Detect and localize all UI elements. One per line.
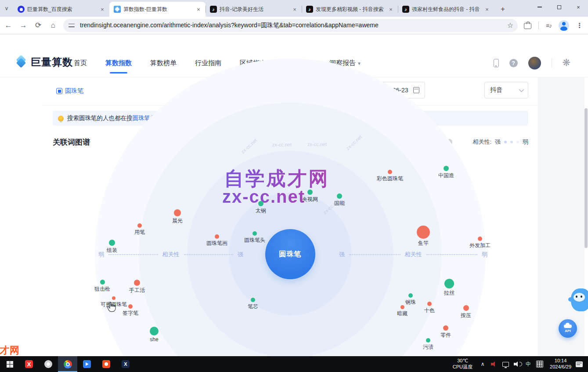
close-tab-icon[interactable]: × (387, 6, 394, 13)
browser-tab[interactable]: 巨量算数_百度搜索× (13, 2, 109, 17)
center-keyword-node[interactable]: 圆珠笔 (265, 229, 315, 279)
close-tab-icon[interactable]: × (483, 6, 491, 13)
url-text[interactable]: trendinsight.oceanengine.com/arithmetic-… (80, 22, 507, 29)
bookmark-star-icon[interactable]: ☆ (507, 21, 513, 29)
extensions-icon[interactable] (524, 22, 531, 29)
node-dot-icon[interactable] (253, 231, 257, 236)
graph-node[interactable]: 圆珠笔头 (244, 231, 265, 244)
taskbar-app-red-x[interactable]: X (19, 356, 39, 372)
notification-center-icon[interactable] (576, 361, 583, 367)
graph-node[interactable]: 太钢 (256, 201, 266, 215)
node-dot-icon[interactable] (258, 201, 263, 206)
minimize-button[interactable] (530, 0, 549, 14)
graph-node[interactable]: 手工活 (129, 280, 145, 294)
graph-node[interactable]: 组装 (107, 240, 117, 254)
node-dot-icon[interactable] (426, 338, 430, 343)
taskbar-app-blue-player[interactable] (77, 356, 97, 372)
site-logo[interactable]: 巨量算数 (14, 55, 73, 69)
graph-node[interactable]: 笔芯 (248, 298, 258, 310)
maximize-button[interactable] (549, 0, 569, 14)
reload-button[interactable]: ⟳ (32, 19, 45, 32)
start-button[interactable] (0, 356, 19, 372)
platform-value[interactable]: 抖音 (490, 86, 502, 94)
media-playlist-icon[interactable]: ≡♪ (546, 22, 552, 29)
node-dot-icon[interactable] (109, 240, 115, 246)
node-dot-icon[interactable] (400, 305, 404, 309)
graph-node[interactable]: 鱼竿 (417, 226, 430, 247)
cpu-temp-widget[interactable]: 30℃ CPU温度 (453, 358, 473, 370)
ime-grid-icon[interactable] (534, 356, 545, 372)
close-tab-icon[interactable]: × (195, 6, 202, 13)
graph-node[interactable]: 用笔 (134, 223, 145, 236)
browser-profile-avatar[interactable] (559, 20, 569, 31)
graph-node[interactable]: 狙击枪 (94, 280, 110, 293)
graph-node[interactable]: 暗藏 (397, 305, 408, 317)
home-button[interactable]: ⌂ (47, 19, 60, 32)
node-dot-icon[interactable] (417, 226, 430, 239)
node-dot-icon[interactable] (128, 304, 133, 309)
browser-tab[interactable]: 强家村生鲜食品的抖音 - 抖音× (398, 2, 494, 17)
node-dot-icon[interactable] (150, 327, 159, 336)
graph-node[interactable]: 钢珠 (405, 293, 416, 306)
forward-button[interactable]: → (17, 19, 30, 32)
graph-node[interactable]: 污渍 (423, 338, 433, 351)
node-dot-icon[interactable] (444, 166, 449, 171)
graph-node[interactable]: she (150, 327, 159, 343)
address-bar[interactable]: trendinsight.oceanengine.com/arithmetic-… (63, 19, 518, 32)
node-dot-icon[interactable] (463, 305, 469, 311)
ime-indicator[interactable]: 中 (523, 356, 534, 372)
keyword-checkbox-icon[interactable] (56, 88, 62, 94)
taskbar-app-gray-browser[interactable] (39, 356, 58, 372)
new-tab-button[interactable]: + (497, 3, 509, 15)
taskbar-clock[interactable]: 10:14 2024/6/29 (550, 358, 571, 370)
node-dot-icon[interactable] (251, 298, 255, 302)
graph-node[interactable]: 拉丝 (444, 279, 455, 297)
graph-node[interactable]: 十色 (424, 302, 435, 314)
volume-icon[interactable] (511, 356, 523, 372)
oceanengine-logo-icon[interactable]: ❋ (563, 57, 570, 69)
graph-node[interactable]: 零件 (440, 325, 451, 339)
browser-tab[interactable]: 发现更多精彩视频 - 抖音搜索× (302, 2, 398, 17)
taskbar-app-orange[interactable] (97, 356, 116, 372)
keyword-chip[interactable]: 圆珠笔 (56, 87, 83, 95)
api-float-button[interactable]: API (559, 319, 577, 338)
node-dot-icon[interactable] (408, 293, 413, 298)
graph-node[interactable]: 彩色圆珠笔 (377, 170, 403, 182)
nav-item-行业指南[interactable]: 行业指南 (195, 59, 221, 67)
mobile-app-icon[interactable] (494, 59, 499, 67)
node-dot-icon[interactable] (443, 325, 448, 331)
taskbar-app-navy[interactable]: X (116, 356, 135, 372)
node-dot-icon[interactable] (307, 190, 313, 195)
taskbar-app-chrome[interactable] (58, 356, 77, 372)
scrollbar-thumb[interactable] (584, 108, 588, 248)
graph-node[interactable]: 圆珠笔画 (206, 234, 227, 247)
nav-item-首页[interactable]: 首页 (74, 59, 87, 67)
browser-tab[interactable]: 算数指数-巨量算数× (109, 2, 206, 17)
graph-node[interactable]: 外发加工 (469, 237, 491, 249)
node-dot-icon[interactable] (112, 296, 115, 300)
help-icon[interactable]: ? (509, 59, 518, 67)
node-dot-icon[interactable] (137, 223, 142, 228)
browser-tab[interactable]: 抖音-记录美好生活× (206, 2, 302, 17)
back-button[interactable]: ← (2, 19, 15, 32)
node-dot-icon[interactable] (174, 209, 181, 216)
graph-node[interactable]: 签字笔 (123, 304, 138, 317)
node-dot-icon[interactable] (100, 280, 105, 284)
display-network-icon[interactable] (500, 356, 511, 372)
graph-node[interactable]: 央视网 (302, 190, 318, 203)
node-dot-icon[interactable] (337, 193, 342, 199)
graph-node[interactable]: 按压 (461, 305, 471, 319)
node-dot-icon[interactable] (478, 237, 482, 241)
keyword-label[interactable]: 圆珠笔 (65, 87, 83, 95)
graph-node[interactable]: 国能 (334, 193, 345, 207)
close-tab-icon[interactable]: × (99, 6, 106, 13)
site-info-icon[interactable] (69, 23, 76, 28)
node-dot-icon[interactable] (215, 234, 219, 239)
calendar-icon[interactable] (413, 87, 419, 93)
node-dot-icon[interactable] (134, 280, 140, 286)
node-dot-icon[interactable] (427, 302, 432, 306)
browser-menu-icon[interactable]: ⋮ (576, 22, 583, 29)
tab-search-icon[interactable]: v (0, 0, 13, 17)
close-tab-icon[interactable]: × (291, 6, 298, 13)
close-window-button[interactable]: × (569, 0, 588, 14)
